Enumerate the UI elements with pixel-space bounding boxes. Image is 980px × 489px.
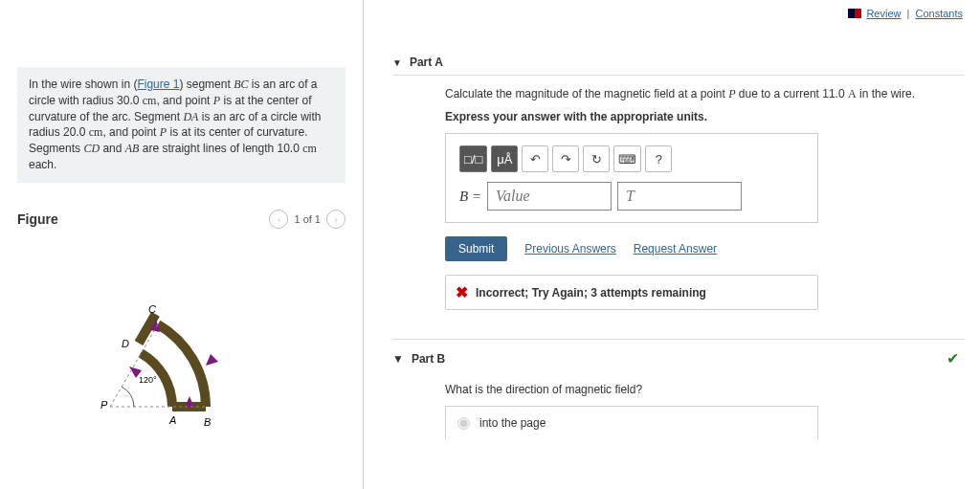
svg-text:P: P <box>100 399 108 411</box>
flag-icon <box>848 9 861 18</box>
submit-button[interactable]: Submit <box>445 236 507 261</box>
units-button[interactable]: μÅ <box>491 145 518 172</box>
correct-icon: ✔ <box>947 349 959 367</box>
right-panel: Review | Constants ▼ Part A Calculate th… <box>364 0 980 489</box>
caret-down-icon: ▼ <box>392 352 404 366</box>
part-b-header[interactable]: ▼ Part B ✔ <box>392 349 965 367</box>
undo-button[interactable]: ↶ <box>522 145 548 172</box>
feedback-box: ✖ Incorrect; Try Again; 3 attempts remai… <box>445 275 818 310</box>
constants-link[interactable]: Constants <box>915 8 963 19</box>
reset-button[interactable]: ↻ <box>583 145 610 172</box>
feedback-text: Incorrect; Try Again; 3 attempts remaini… <box>476 286 706 300</box>
top-links: Review | Constants <box>848 8 963 19</box>
part-b-label: Part B <box>412 352 445 366</box>
previous-answers-link[interactable]: Previous Answers <box>524 242 615 256</box>
units-input[interactable] <box>617 182 742 211</box>
answer-box: □/□ μÅ ↶ ↷ ↻ ⌨ ? B = <box>445 133 818 223</box>
option-into-page[interactable]: into the page <box>445 406 818 439</box>
part-a-label: Part A <box>410 56 443 69</box>
svg-text:D: D <box>122 338 129 349</box>
figure-heading: Figure <box>17 211 58 227</box>
help-button[interactable]: ? <box>645 145 672 172</box>
figure-prev-button[interactable]: ‹ <box>269 210 288 229</box>
keyboard-button[interactable]: ⌨ <box>613 145 641 172</box>
template-button[interactable]: □/□ <box>459 145 487 172</box>
review-link[interactable]: Review <box>866 8 901 19</box>
part-b-question: What is the direction of magnetic field? <box>445 383 965 396</box>
svg-marker-3 <box>206 354 218 366</box>
option-label: into the page <box>479 416 546 430</box>
svg-text:B: B <box>204 416 211 428</box>
radio-into-page[interactable] <box>457 417 470 430</box>
incorrect-icon: ✖ <box>456 283 468 301</box>
redo-button[interactable]: ↷ <box>552 145 579 172</box>
figure-pager: ‹ 1 of 1 › <box>269 210 345 229</box>
problem-statement: In the wire shown in (Figure 1) segment … <box>17 67 345 183</box>
figure-next-button[interactable]: › <box>326 210 345 229</box>
part-a-question: Calculate the magnitude of the magnetic … <box>445 85 965 125</box>
svg-text:A: A <box>168 414 176 426</box>
figure-link[interactable]: Figure 1 <box>137 78 179 91</box>
value-input[interactable] <box>487 182 612 211</box>
left-panel: In the wire shown in (Figure 1) segment … <box>0 0 364 489</box>
svg-text:120°: 120° <box>139 375 157 385</box>
b-label: B = <box>459 189 481 205</box>
request-answer-link[interactable]: Request Answer <box>634 242 717 256</box>
svg-text:C: C <box>148 303 156 315</box>
figure-diagram: 120° P A B D C <box>17 244 345 435</box>
figure-page-indicator: 1 of 1 <box>294 213 321 225</box>
caret-down-icon: ▼ <box>392 57 402 68</box>
part-a-header[interactable]: ▼ Part A <box>392 56 965 76</box>
